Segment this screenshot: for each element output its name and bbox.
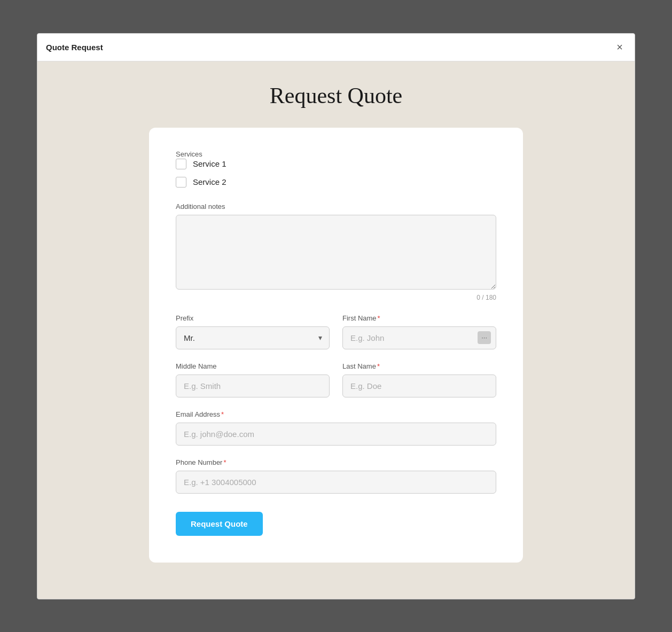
page-heading: Request Quote — [80, 83, 592, 108]
middle-name-field-group: Middle Name — [176, 362, 330, 397]
services-section: Services Service 1 Service 2 — [176, 149, 496, 188]
first-name-field-group: First Name* ··· — [342, 314, 496, 349]
phone-input[interactable] — [176, 471, 496, 494]
close-button[interactable]: × — [613, 41, 626, 53]
last-name-input[interactable] — [342, 374, 496, 397]
name-row-1: Prefix Mr. Mrs. Ms. Dr. Prof. ▾ — [176, 314, 496, 349]
first-name-input-wrapper: ··· — [342, 326, 496, 349]
char-count: 0 / 180 — [176, 294, 496, 301]
services-label: Services — [176, 150, 202, 158]
form-card: Services Service 1 Service 2 Additional … — [149, 128, 523, 563]
email-required: * — [221, 410, 224, 418]
prefix-select[interactable]: Mr. Mrs. Ms. Dr. Prof. — [176, 326, 330, 349]
phone-label: Phone Number* — [176, 458, 496, 466]
middle-name-input[interactable] — [176, 374, 330, 397]
first-name-icon-button[interactable]: ··· — [478, 331, 491, 344]
first-name-label: First Name* — [342, 314, 496, 322]
phone-field-group: Phone Number* — [176, 458, 496, 494]
prefix-select-wrapper: Mr. Mrs. Ms. Dr. Prof. ▾ — [176, 326, 330, 349]
service1-checkbox[interactable] — [176, 159, 186, 169]
additional-notes-input[interactable] — [176, 215, 496, 290]
first-name-input[interactable] — [342, 326, 496, 349]
modal-title: Quote Request — [46, 43, 103, 52]
name-row-2: Middle Name Last Name* — [176, 362, 496, 397]
prefix-label: Prefix — [176, 314, 330, 322]
service2-checkbox[interactable] — [176, 177, 186, 188]
email-label: Email Address* — [176, 410, 496, 418]
checkbox-group: Service 1 Service 2 — [176, 159, 496, 188]
additional-notes-label: Additional notes — [176, 202, 496, 210]
phone-required: * — [223, 458, 226, 466]
middle-name-label: Middle Name — [176, 362, 330, 370]
modal-window: Quote Request × Request Quote Services S… — [37, 33, 635, 599]
service2-label: Service 2 — [193, 177, 226, 186]
email-input[interactable] — [176, 423, 496, 446]
service2-item[interactable]: Service 2 — [176, 177, 496, 188]
service1-label: Service 1 — [193, 159, 226, 168]
first-name-required: * — [378, 314, 380, 322]
last-name-label: Last Name* — [342, 362, 496, 370]
additional-notes-section: Additional notes 0 / 180 — [176, 202, 496, 301]
email-field-group: Email Address* — [176, 410, 496, 446]
submit-button[interactable]: Request Quote — [176, 512, 263, 536]
modal-body: Request Quote Services Service 1 Service… — [37, 61, 635, 599]
prefix-field-group: Prefix Mr. Mrs. Ms. Dr. Prof. ▾ — [176, 314, 330, 349]
last-name-field-group: Last Name* — [342, 362, 496, 397]
service1-item[interactable]: Service 1 — [176, 159, 496, 169]
last-name-required: * — [377, 362, 380, 370]
modal-titlebar: Quote Request × — [37, 34, 635, 61]
